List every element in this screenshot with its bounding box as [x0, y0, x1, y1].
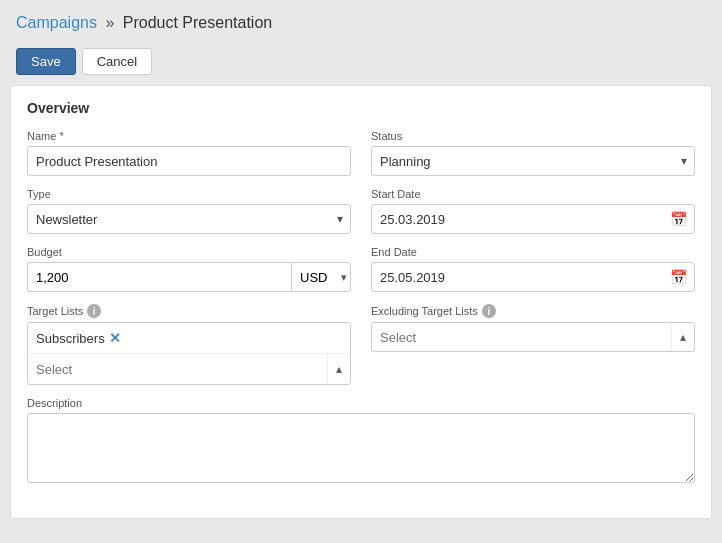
breadcrumb-link[interactable]: Campaigns: [16, 14, 97, 31]
save-button[interactable]: Save: [16, 48, 76, 75]
currency-select[interactable]: USD EUR GBP: [291, 262, 351, 292]
toolbar: Save Cancel: [0, 42, 722, 85]
target-select-row: ▴: [28, 353, 350, 384]
breadcrumb: Campaigns » Product Presentation: [16, 14, 706, 32]
target-list-container: Subscribers ✕ ▴: [27, 322, 351, 385]
excl-chevron-up-icon[interactable]: ▴: [671, 323, 694, 351]
status-select-wrapper: Planning Active Completed Cancelled ▾: [371, 146, 695, 176]
status-select[interactable]: Planning Active Completed Cancelled: [371, 146, 695, 176]
target-select-input[interactable]: [28, 354, 327, 384]
name-input[interactable]: [27, 146, 351, 176]
budget-group: Budget USD EUR GBP ▾: [27, 246, 351, 292]
excl-target-group: Excluding Target Lists i ▴: [371, 304, 695, 385]
type-select[interactable]: Newsletter Email Social Media Other: [27, 204, 351, 234]
start-date-group: Start Date 📅: [371, 188, 695, 234]
target-lists-info-icon[interactable]: i: [87, 304, 101, 318]
budget-row: USD EUR GBP ▾: [27, 262, 351, 292]
end-date-input[interactable]: [371, 262, 695, 292]
type-group: Type Newsletter Email Social Media Other…: [27, 188, 351, 234]
excl-target-label: Excluding Target Lists i: [371, 304, 695, 318]
target-tag-subscribers: Subscribers ✕: [36, 330, 121, 346]
status-label: Status: [371, 130, 695, 142]
type-label: Type: [27, 188, 351, 200]
tag-remove-button[interactable]: ✕: [109, 330, 121, 346]
target-lists-group: Target Lists i Subscribers ✕ ▴: [27, 304, 351, 385]
cancel-button[interactable]: Cancel: [82, 48, 152, 75]
excl-target-info-icon[interactable]: i: [482, 304, 496, 318]
card-title: Overview: [27, 100, 695, 116]
name-label: Name *: [27, 130, 351, 142]
target-list-tags: Subscribers ✕: [28, 323, 350, 353]
start-date-label: Start Date: [371, 188, 695, 200]
description-textarea[interactable]: [27, 413, 695, 483]
breadcrumb-current: Product Presentation: [123, 14, 272, 31]
tag-label: Subscribers: [36, 331, 105, 346]
description-label: Description: [27, 397, 695, 409]
type-select-wrapper: Newsletter Email Social Media Other ▾: [27, 204, 351, 234]
breadcrumb-separator: »: [105, 14, 114, 31]
excl-target-container: ▴: [371, 322, 695, 352]
end-date-label: End Date: [371, 246, 695, 258]
target-chevron-up-icon[interactable]: ▴: [327, 354, 350, 384]
target-lists-label: Target Lists i: [27, 304, 351, 318]
status-group: Status Planning Active Completed Cancell…: [371, 130, 695, 176]
name-group: Name *: [27, 130, 351, 176]
overview-card: Overview Name * Status Planning Active C…: [10, 85, 712, 519]
excl-select-input[interactable]: [372, 325, 671, 350]
end-date-wrapper: 📅: [371, 262, 695, 292]
description-group: Description: [27, 397, 695, 486]
budget-input[interactable]: [27, 262, 291, 292]
start-date-input[interactable]: [371, 204, 695, 234]
currency-wrapper: USD EUR GBP ▾: [291, 262, 351, 292]
start-date-wrapper: 📅: [371, 204, 695, 234]
budget-label: Budget: [27, 246, 351, 258]
end-date-group: End Date 📅: [371, 246, 695, 292]
